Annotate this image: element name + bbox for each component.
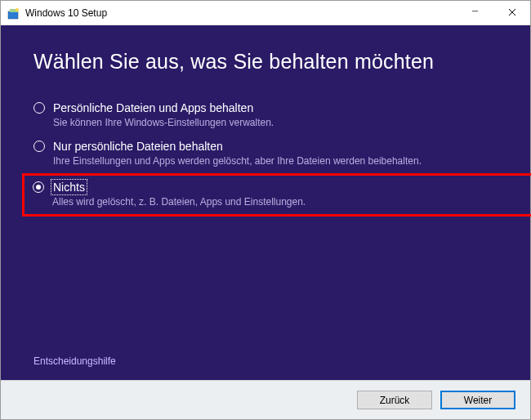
radio-icon	[33, 141, 45, 152]
radio-icon	[33, 102, 45, 114]
minimize-icon: ─	[472, 7, 478, 16]
window-title: Windows 10 Setup	[25, 7, 107, 19]
option-keep-files-only[interactable]: Nur persönliche Dateien behalten Ihre Ei…	[33, 135, 498, 173]
radio-icon	[33, 181, 44, 193]
next-button[interactable]: Weiter	[440, 391, 515, 409]
spacer	[33, 217, 498, 355]
svg-point-3	[16, 8, 19, 11]
option-label: Nur persönliche Dateien behalten	[53, 140, 223, 153]
back-button[interactable]: Zurück	[357, 391, 432, 409]
option-keep-files-apps[interactable]: Persönliche Dateien und Apps behalten Si…	[33, 96, 498, 135]
page-heading: Wählen Sie aus, was Sie behalten möchten	[33, 50, 498, 74]
close-icon	[508, 8, 516, 18]
help-link[interactable]: Entscheidungshilfe	[33, 355, 498, 367]
option-description: Ihre Einstellungen und Apps werden gelös…	[53, 155, 498, 167]
option-description: Sie können Ihre Windows-Einstellungen ve…	[53, 117, 498, 128]
option-label: Persönliche Dateien und Apps behalten	[53, 101, 253, 114]
client-area: Wählen Sie aus, was Sie behalten möchten…	[1, 25, 530, 380]
app-icon	[7, 7, 20, 20]
titlebar: Windows 10 Setup ─	[1, 1, 530, 25]
setup-window: Windows 10 Setup ─ Wählen Sie aus, was S…	[0, 0, 531, 420]
option-nothing[interactable]: Nichts Alles wird gelöscht, z. B. Dateie…	[22, 173, 531, 217]
option-description: Alles wird gelöscht, z. B. Dateien, Apps…	[52, 196, 531, 208]
minimize-button[interactable]: ─	[457, 1, 493, 25]
close-button[interactable]	[493, 1, 530, 25]
options-group: Persönliche Dateien und Apps behalten Si…	[33, 96, 498, 217]
svg-rect-0	[8, 11, 18, 19]
footer: Zurück Weiter	[1, 380, 530, 419]
option-label: Nichts	[52, 181, 86, 194]
